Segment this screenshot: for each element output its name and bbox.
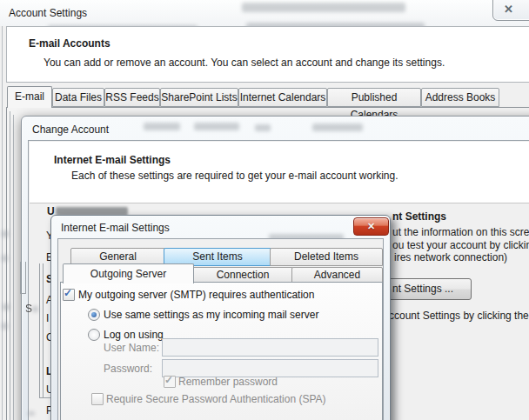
- user-name-input[interactable]: [162, 338, 378, 357]
- tab-rss-feeds[interactable]: RSS Feeds: [104, 88, 160, 107]
- section-description: You can add or remove an account. You ca…: [44, 57, 445, 69]
- remember-password-label: Remember password: [178, 376, 278, 388]
- redacted-text-blur: [32, 306, 38, 312]
- button-label-fragment: nt Settings ...: [392, 283, 453, 295]
- redacted-text-blur: [194, 123, 239, 130]
- redacted-text-blur: [242, 3, 405, 12]
- stray-letter-fragment: S: [25, 303, 32, 315]
- redacted-text-blur: [255, 124, 271, 131]
- user-name-label: User Name:: [104, 342, 159, 354]
- password-label: Password:: [104, 363, 152, 375]
- use-same-settings-radio[interactable]: [88, 309, 100, 321]
- background-box-artifact: [39, 263, 44, 397]
- redacted-text-blur: [2, 255, 8, 262]
- right-text-fragment: ccount Settings by clicking the: [389, 310, 529, 322]
- log-on-using-radio[interactable]: [88, 329, 100, 341]
- right-text-fragment: ou test your account by clicking: [392, 239, 529, 251]
- close-icon: ✕: [504, 3, 513, 16]
- smtp-auth-label: My outgoing server (SMTP) requires authe…: [78, 289, 314, 301]
- spa-label: Require Secure Password Authentication (…: [106, 393, 326, 405]
- tab-published-calendars[interactable]: Published Calendars: [327, 88, 421, 107]
- redacted-text-blur: [3, 303, 10, 310]
- section-title: E-mail Accounts: [29, 37, 110, 50]
- log-on-using-label: Log on using: [104, 329, 164, 341]
- check-icon: ✓: [64, 287, 72, 299]
- use-same-settings-label: Use same settings as my incoming mail se…: [104, 309, 318, 321]
- smtp-dialog-client: General Sent Items Deleted Items Outgoin…: [57, 238, 384, 420]
- right-text-fragment: ires network connection): [394, 251, 507, 263]
- tab-sharepoint-lists[interactable]: SharePoint Lists: [160, 88, 238, 107]
- test-account-settings-button-fragment[interactable]: nt Settings ...: [385, 278, 472, 300]
- right-text-fragment: ut the information on this scree: [392, 226, 529, 238]
- header-description: Each of these settings are required to g…: [71, 170, 398, 182]
- redacted-text-blur: [28, 411, 35, 416]
- tab-advanced[interactable]: Advanced: [291, 267, 383, 283]
- redacted-text-blur: [2, 323, 8, 330]
- remember-password-checkbox[interactable]: ✓: [164, 376, 176, 388]
- page-inner-border: [10, 111, 10, 420]
- internet-email-settings-dialog: Internet E-mail Settings ✕ General Sent …: [50, 215, 391, 420]
- smtp-dialog-close-button[interactable]: ✕: [353, 217, 389, 236]
- close-icon: ✕: [367, 221, 375, 231]
- email-accounts-section: E-mail Accounts You can add or remove an…: [6, 26, 529, 83]
- background-box-artifact: [20, 262, 26, 294]
- password-input[interactable]: [162, 359, 378, 377]
- spa-checkbox[interactable]: [91, 393, 104, 405]
- smtp-dialog-title: Internet E-mail Settings: [61, 222, 170, 234]
- smtp-auth-checkbox[interactable]: ✓: [63, 289, 75, 301]
- test-account-settings-heading-fragment: nt Settings: [392, 210, 446, 223]
- tab-connection[interactable]: Connection: [192, 267, 293, 283]
- change-account-title: Change Account: [32, 123, 109, 136]
- page-inner-border: [13, 115, 14, 420]
- header-title: Internet E-mail Settings: [54, 154, 171, 166]
- account-settings-close-button[interactable]: ✕: [492, 0, 529, 21]
- tab-data-files[interactable]: Data Files: [52, 88, 104, 107]
- change-account-header: Internet E-mail Settings Each of these s…: [30, 142, 529, 203]
- screenshot-root: Account Settings ✕ E-mail Accounts You c…: [0, 0, 529, 420]
- tab-internet-calendars[interactable]: Internet Calendars: [238, 88, 327, 107]
- tab-outgoing-server[interactable]: Outgoing Server: [63, 263, 194, 283]
- window-border: [2, 26, 3, 420]
- check-icon: ✓: [164, 374, 173, 386]
- tab-deleted-items[interactable]: Deleted Items: [270, 248, 383, 266]
- redacted-text-blur: [144, 123, 180, 130]
- radio-dot-icon: [91, 312, 97, 317]
- tab-email[interactable]: E-mail: [7, 86, 52, 108]
- tab-address-books[interactable]: Address Books: [421, 88, 499, 107]
- redacted-text-blur: [312, 123, 363, 131]
- left-label-fragment: I: [46, 312, 49, 324]
- redacted-text-blur: [2, 230, 9, 237]
- account-settings-title: Account Settings: [9, 7, 87, 19]
